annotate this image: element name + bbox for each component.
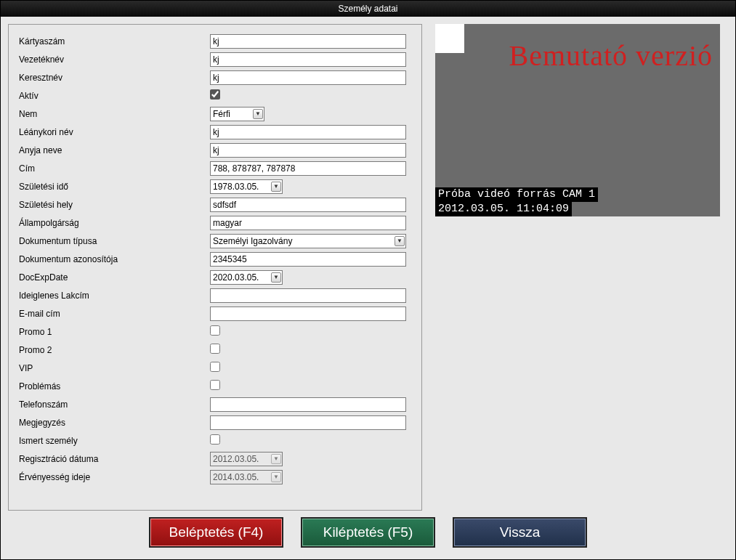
- label-firstname: Keresztnév: [17, 73, 210, 83]
- input-lastname[interactable]: [210, 52, 406, 67]
- row-known: Ismert személy: [17, 431, 413, 450]
- row-birthplace: Születési hely: [17, 195, 413, 214]
- checkbox-active[interactable]: [210, 89, 220, 100]
- label-promo1: Promo 1: [17, 327, 210, 337]
- input-maidenname[interactable]: [210, 125, 406, 139]
- form-panel: Kártyaszám Vezetéknév Keresztnév Aktív N…: [8, 24, 422, 511]
- camera-thumb: [435, 24, 464, 53]
- input-email[interactable]: [210, 307, 406, 321]
- input-docid[interactable]: [210, 252, 406, 267]
- chevron-down-icon[interactable]: ▼: [395, 236, 405, 246]
- label-note: Megjegyzés: [17, 418, 210, 428]
- checkin-button[interactable]: Beléptetés (F4): [149, 517, 283, 548]
- row-citizenship: Állampolgárság: [17, 214, 413, 232]
- checkbox-promo2[interactable]: [210, 344, 220, 354]
- label-maidenname: Léánykori név: [17, 127, 210, 137]
- label-address: Cím: [17, 163, 210, 174]
- label-docexp: DocExpDate: [17, 272, 210, 283]
- label-vip: VIP: [17, 363, 210, 373]
- row-maidenname: Léánykori név: [17, 123, 413, 141]
- checkbox-problematic[interactable]: [210, 380, 220, 390]
- demo-watermark: Bemutató verzió: [509, 38, 713, 73]
- row-promo1: Promo 1: [17, 322, 413, 341]
- window-title: Személy adatai: [338, 4, 397, 14]
- person-details-window: Személy adatai Kártyaszám Vezetéknév Ker…: [0, 0, 736, 560]
- row-birthdate: Születési idő ▼: [17, 177, 413, 195]
- label-docid: Dokumentum azonosítója: [17, 254, 210, 264]
- camera-overlay: Próba videó forrás CAM 1 2012.03.05. 11:…: [435, 187, 598, 216]
- checkout-button[interactable]: Kiléptetés (F5): [301, 517, 435, 548]
- row-lastname: Vezetéknév: [17, 50, 413, 68]
- label-regdate: Regisztráció dátuma: [17, 454, 210, 464]
- row-address: Cím: [17, 159, 413, 177]
- label-validuntil: Érvényesség ideje: [17, 472, 210, 482]
- datepicker-validuntil: ▼: [210, 470, 283, 484]
- input-cardnum[interactable]: [210, 34, 406, 49]
- row-cardnum: Kártyaszám: [17, 32, 413, 50]
- chevron-down-icon[interactable]: ▼: [271, 272, 281, 283]
- input-tempaddr[interactable]: [210, 288, 406, 303]
- row-problematic: Problémás: [17, 377, 413, 395]
- row-email: E-mail cím: [17, 304, 413, 322]
- label-citizenship: Állampolgárság: [17, 218, 210, 228]
- row-docid: Dokumentum azonosítója: [17, 250, 413, 268]
- datepicker-docexp[interactable]: ▼: [210, 270, 283, 285]
- row-doctype: Dokumentum típusa ▼: [17, 232, 413, 250]
- button-bar: Beléptetés (F4) Kiléptetés (F5) Vissza: [1, 512, 735, 559]
- chevron-down-icon[interactable]: ▼: [271, 182, 281, 192]
- label-email: E-mail cím: [17, 309, 210, 319]
- input-note[interactable]: [210, 415, 406, 430]
- row-note: Megjegyzés: [17, 413, 413, 431]
- label-gender: Nem: [17, 109, 210, 119]
- label-lastname: Vezetéknév: [17, 54, 210, 65]
- chevron-down-icon[interactable]: ▼: [253, 109, 263, 119]
- checkbox-vip[interactable]: [210, 362, 220, 372]
- camera-source-label: Próba videó forrás CAM 1: [435, 187, 598, 202]
- row-promo2: Promo 2: [17, 341, 413, 359]
- row-firstname: Keresztnév: [17, 68, 413, 86]
- row-docexp: DocExpDate ▼: [17, 268, 413, 286]
- input-firstname[interactable]: [210, 70, 406, 85]
- input-birthplace[interactable]: [210, 198, 406, 212]
- row-validuntil: Érvényesség ideje ▼: [17, 468, 413, 486]
- select-gender[interactable]: ▼: [210, 107, 264, 121]
- row-active: Aktív: [17, 86, 413, 105]
- chevron-down-icon: ▼: [271, 454, 281, 464]
- chevron-down-icon: ▼: [271, 472, 281, 482]
- label-birthplace: Születési hely: [17, 200, 210, 210]
- row-phone: Telefonszám: [17, 395, 413, 413]
- select-doctype[interactable]: ▼: [210, 234, 406, 248]
- label-birthdate: Születési idő: [17, 182, 210, 192]
- window-titlebar: Személy adatai: [1, 1, 735, 17]
- datepicker-birthdate[interactable]: ▼: [210, 179, 283, 194]
- label-cardnum: Kártyaszám: [17, 36, 210, 46]
- label-tempaddr: Ideiglenes Lakcím: [17, 291, 210, 301]
- back-button[interactable]: Vissza: [453, 517, 587, 548]
- row-mothersname: Anyja neve: [17, 141, 413, 159]
- label-promo2: Promo 2: [17, 345, 210, 355]
- content-area: Kártyaszám Vezetéknév Keresztnév Aktív N…: [1, 17, 735, 512]
- input-citizenship[interactable]: [210, 216, 406, 230]
- label-problematic: Problémás: [17, 381, 210, 391]
- label-phone: Telefonszám: [17, 399, 210, 410]
- select-doctype-value[interactable]: [210, 234, 406, 248]
- row-tempaddr: Ideiglenes Lakcím: [17, 286, 413, 304]
- input-mothersname[interactable]: [210, 143, 406, 158]
- row-gender: Nem ▼: [17, 105, 413, 123]
- input-phone[interactable]: [210, 397, 406, 412]
- input-address[interactable]: [210, 161, 406, 176]
- label-mothersname: Anyja neve: [17, 145, 210, 155]
- checkbox-promo1[interactable]: [210, 325, 220, 336]
- row-vip: VIP: [17, 359, 413, 377]
- checkbox-known[interactable]: [210, 434, 220, 445]
- label-active: Aktív: [17, 91, 210, 101]
- camera-timestamp: 2012.03.05. 11:04:09: [435, 202, 572, 216]
- label-doctype: Dokumentum típusa: [17, 236, 210, 246]
- label-known: Ismert személy: [17, 436, 210, 446]
- row-regdate: Regisztráció dátuma ▼: [17, 450, 413, 468]
- camera-preview: Bemutató verzió Próba videó forrás CAM 1…: [435, 24, 720, 216]
- datepicker-regdate: ▼: [210, 452, 283, 466]
